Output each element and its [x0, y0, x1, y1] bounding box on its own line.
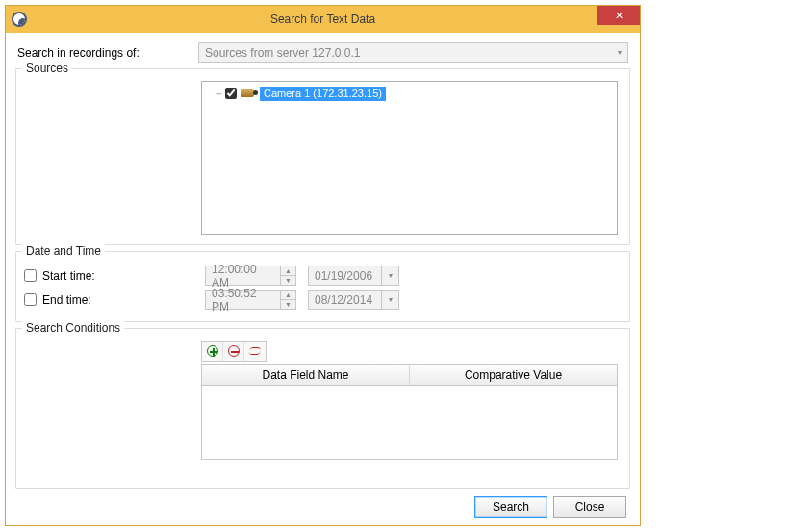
conditions-grid[interactable]: Data Field Name Comparative Value: [201, 364, 618, 460]
source-checkbox[interactable]: [225, 88, 237, 99]
chevron-down-icon: ▾: [618, 48, 622, 57]
dialog-content: Search in recordings of: Sources from se…: [6, 33, 640, 525]
close-button-label: Close: [575, 500, 605, 514]
server-select[interactable]: Sources from server 127.0.0.1 ▾: [198, 42, 628, 63]
dialog-footer: Search Close: [15, 494, 630, 518]
spin-up-icon[interactable]: ▲: [281, 266, 295, 276]
end-date-input[interactable]: 08/12/2014 ▾: [308, 290, 399, 310]
end-time-value: 03:50:52 PM: [212, 287, 274, 314]
start-time-row: Start time: 12:00:00 AM ▲ ▼ 01/19/2006 ▾: [24, 264, 622, 288]
server-label: Search in recordings of:: [17, 46, 191, 60]
sources-legend: Sources: [22, 62, 72, 75]
app-icon: [12, 12, 27, 27]
server-row: Search in recordings of: Sources from se…: [15, 42, 630, 63]
server-select-value: Sources from server 127.0.0.1: [205, 46, 360, 60]
add-condition-button[interactable]: [202, 342, 223, 361]
camera-icon: [241, 88, 258, 99]
clear-icon: [248, 345, 262, 357]
datetime-legend: Date and Time: [22, 244, 105, 258]
sources-fieldset: Sources ···· Camera 1 (172.31.23.15): [15, 68, 630, 245]
chevron-down-icon[interactable]: ▾: [381, 291, 398, 309]
conditions-fieldset: Search Conditions Data Field Name: [15, 328, 630, 489]
end-date-value: 08/12/2014: [315, 293, 372, 307]
spin-down-icon[interactable]: ▼: [281, 300, 295, 309]
column-field-name[interactable]: Data Field Name: [202, 365, 410, 385]
spin-up-icon[interactable]: ▲: [281, 291, 295, 300]
tree-row[interactable]: ···· Camera 1 (172.31.23.15): [206, 86, 613, 101]
start-time-input[interactable]: 12:00:00 AM ▲ ▼: [205, 266, 296, 286]
datetime-fieldset: Date and Time Start time: 12:00:00 AM ▲ …: [15, 251, 630, 322]
titlebar: Search for Text Data ✕: [6, 6, 640, 33]
tree-expander: ····: [206, 89, 221, 99]
start-date-input[interactable]: 01/19/2006 ▾: [308, 266, 399, 286]
end-time-row: End time: 03:50:52 PM ▲ ▼ 08/12/2014 ▾: [24, 288, 622, 312]
chevron-down-icon[interactable]: ▾: [381, 266, 398, 285]
end-time-input[interactable]: 03:50:52 PM ▲ ▼: [205, 290, 296, 310]
source-label[interactable]: Camera 1 (172.31.23.15): [260, 87, 386, 101]
start-time-value: 12:00:00 AM: [212, 263, 274, 290]
end-time-checkbox[interactable]: [24, 293, 37, 306]
start-time-label: Start time:: [42, 269, 95, 283]
conditions-toolbar: [201, 341, 267, 362]
column-comparative-value[interactable]: Comparative Value: [410, 365, 617, 385]
start-date-value: 01/19/2006: [315, 269, 372, 283]
close-icon: ✕: [615, 10, 623, 22]
search-button[interactable]: Search: [474, 496, 547, 518]
end-time-spin[interactable]: ▲ ▼: [280, 291, 295, 309]
end-time-label: End time:: [42, 293, 91, 307]
window-title: Search for Text Data: [6, 13, 640, 26]
conditions-legend: Search Conditions: [22, 321, 124, 335]
minus-icon: [228, 345, 240, 357]
window-close-button[interactable]: ✕: [597, 6, 640, 25]
spin-down-icon[interactable]: ▼: [281, 276, 295, 285]
start-time-checkbox[interactable]: [24, 269, 37, 282]
start-time-spin[interactable]: ▲ ▼: [280, 266, 295, 285]
grid-header: Data Field Name Comparative Value: [202, 365, 617, 386]
close-button[interactable]: Close: [553, 496, 626, 518]
plus-icon: [207, 345, 218, 357]
remove-condition-button[interactable]: [223, 342, 244, 361]
clear-conditions-button[interactable]: [244, 342, 266, 361]
sources-tree[interactable]: ···· Camera 1 (172.31.23.15): [201, 81, 618, 235]
search-text-data-dialog: Search for Text Data ✕ Search in recordi…: [5, 5, 641, 526]
search-button-label: Search: [493, 500, 529, 514]
